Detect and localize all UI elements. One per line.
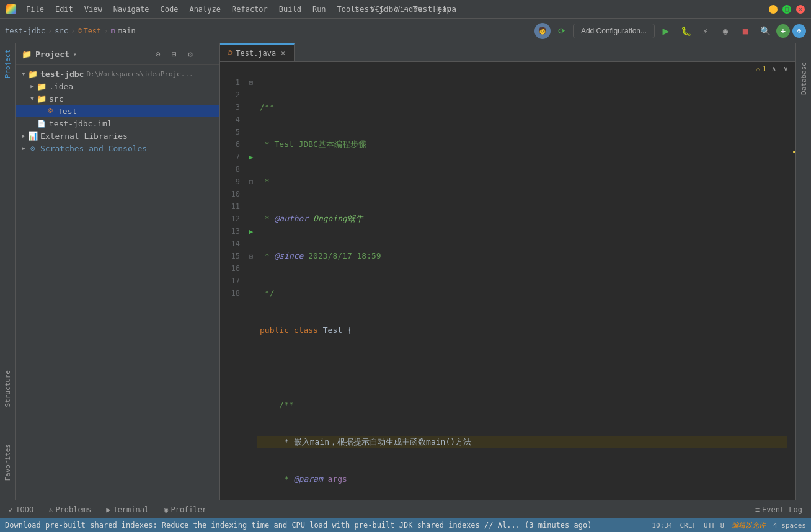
bottom-tab-event-log[interactable]: ≡ Event Log [751,500,806,518]
status-indent[interactable]: 4 spaces [773,521,806,530]
sidebar-settings-button[interactable]: ⚙ [184,47,197,61]
editor-toolbar: ⚠ 1 ∧ ∨ [220,62,795,76]
code-line-4: * @author Ongoing蜗牛 [257,213,787,225]
breadcrumb-project[interactable]: test-jdbc [5,27,45,35]
breadcrumb-src[interactable]: src [55,27,68,35]
menu-code[interactable]: Code [156,3,184,16]
app-icon [6,4,16,14]
idea-folder-icon: 📁 [37,81,47,91]
favorites-panel-tab[interactable]: Favorites [1,438,14,487]
code-line-6: */ [257,287,787,299]
menu-build[interactable]: Build [274,3,306,16]
tree-item-scratches[interactable]: ▶ ⊙ Scratches and Consoles [16,142,219,154]
main-content: Project Structure Favorites 📁 Project ▾ … [0,43,811,500]
avatar-button[interactable]: 🧑 [534,23,551,39]
code-line-7: public class Test { [257,324,787,337]
bottom-tab-problems[interactable]: ⚠ Problems [45,500,95,518]
warning-indicator: ⚠ 1 [756,64,766,73]
add-button[interactable]: + [776,24,790,38]
breadcrumb: test-jdbc › src › ©Test › m main [5,27,136,35]
next-warning-button[interactable]: ∨ [781,63,791,74]
code-line-9: /** [257,399,787,411]
tree-item-project-root[interactable]: ▼ 📁 test-jdbc D:\Workspaces\ideaProje... [16,68,219,80]
tab-java-icon: © [228,49,232,58]
tree-item-idea[interactable]: ▶ 📁 .idea [16,80,219,92]
tree-label-ext-libs: External Libraries [40,131,128,141]
status-charset[interactable]: UTF-8 [704,521,724,530]
sidebar-locate-button[interactable]: ⊙ [151,47,165,61]
tab-label: Test.java [236,49,276,58]
menu-view[interactable]: View [79,3,107,16]
menu-run[interactable]: Run [308,3,331,16]
tab-close-button[interactable]: ✕ [280,49,286,57]
bottom-tab-todo[interactable]: ✓ TODO [5,500,37,518]
breadcrumb-main[interactable]: main [118,27,136,35]
code-line-8 [257,361,787,374]
breadcrumb-class[interactable]: ©Test [78,27,101,35]
breadcrumb-method[interactable]: m [111,27,115,35]
tree-label-iml: test-jdbc.iml [49,119,112,128]
tree-label-test: Test [58,107,77,116]
minimize-button[interactable]: ─ [769,5,778,14]
run-with-coverage-button[interactable]: ⚡ [697,22,714,40]
tree-label-src: src [49,94,63,104]
menu-file[interactable]: File [21,3,49,16]
maximize-button[interactable]: □ [782,5,791,14]
project-panel-tab[interactable]: Project [1,43,14,84]
src-folder-icon: 📁 [37,94,47,104]
run-gutter-13[interactable]: ▶ [249,228,254,236]
line-numbers: 1 2 3 4 5 6 7 8 9 10 11 12 13 14 15 16 1… [220,76,245,500]
menu-edit[interactable]: Edit [50,3,78,16]
code-line-11: * @param args [257,473,787,485]
status-bar: Download pre-built shared indexes: Reduc… [0,518,811,532]
browser-button[interactable]: ⊕ [792,24,806,38]
code-line-2: * Test JDBC基本编程步骤 [257,138,787,151]
todo-icon: ✓ [9,505,13,514]
debug-button[interactable]: 🐛 [677,22,694,40]
tree-item-ext-libs[interactable]: ▶ 📊 External Libraries [16,130,219,142]
tree-arrow-idea: ▶ [28,82,37,91]
fold-icon-1[interactable]: ⊟ [249,79,254,87]
terminal-icon: ▶ [106,505,110,514]
add-configuration-button[interactable]: Add Configuration... [573,24,655,38]
editor-tab-test[interactable]: © Test.java ✕ [220,43,295,61]
menu-analyze[interactable]: Analyze [184,3,226,16]
fold-icon-15[interactable]: ⊟ [249,252,254,260]
run-button[interactable]: ▶ [657,22,675,40]
tree-item-test[interactable]: ▶ © Test [16,105,219,117]
sidebar-minimize-button[interactable]: — [200,47,213,61]
toolbar: test-jdbc › src › ©Test › m main 🧑 ⟳ Add… [0,19,811,43]
profile-button[interactable]: ◉ [717,22,734,40]
bottom-panel: ✓ TODO ⚠ Problems ▶ Terminal ◉ Profiler … [0,500,811,518]
stop-button[interactable]: ■ [737,22,754,40]
bottom-tab-profiler[interactable]: ◉ Profiler [160,500,210,518]
bottom-tab-terminal[interactable]: ▶ Terminal [102,500,153,518]
sidebar-header: 📁 Project ▾ ⊙ ⊟ ⚙ — [16,43,219,65]
database-panel-tab[interactable]: Database [797,56,810,101]
scratches-icon: ⊙ [28,143,38,153]
event-log-icon: ≡ [755,505,760,514]
sidebar-collapse-button[interactable]: ⊟ [167,47,181,61]
sidebar-tree: ▼ 📁 test-jdbc D:\Workspaces\ideaProje...… [16,65,219,500]
fold-icon-9[interactable]: ⊟ [249,178,254,186]
code-content[interactable]: /** * Test JDBC基本编程步骤 * * @author Ongoin… [257,76,787,500]
code-editor[interactable]: 1 2 3 4 5 6 7 8 9 10 11 12 13 14 15 16 1… [220,76,795,500]
close-button[interactable]: ✕ [796,5,805,14]
menu-navigate[interactable]: Navigate [109,3,154,16]
menu-refactor[interactable]: Refactor [227,3,273,16]
editor-scrollbar[interactable] [787,76,795,500]
prev-warning-button[interactable]: ∧ [769,63,779,74]
run-gutter-7[interactable]: ▶ [249,153,254,161]
status-message[interactable]: Download pre-built shared indexes: Reduc… [5,521,592,530]
update-button[interactable]: ⟳ [553,22,570,40]
tree-label-scratches: Scratches and Consoles [40,144,147,153]
structure-panel-tab[interactable]: Structure [1,364,14,414]
status-crlf[interactable]: CRLF [680,521,696,530]
tree-item-src[interactable]: ▼ 📁 src [16,92,219,105]
tree-label-project: test-jdbc [40,69,84,79]
sidebar-title: 📁 Project ▾ [22,50,77,59]
search-button[interactable]: 🔍 [756,22,774,40]
tree-arrow-scratches: ▶ [19,144,28,153]
tree-arrow-src: ▼ [28,94,37,103]
tree-item-iml[interactable]: ▶ 📄 test-jdbc.iml [16,117,219,130]
